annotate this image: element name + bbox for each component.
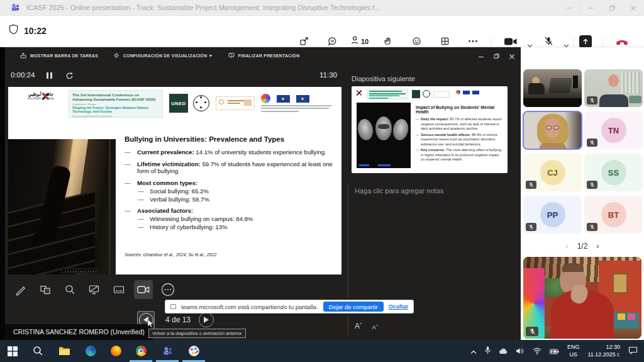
chrome-icon[interactable] <box>128 340 153 362</box>
conference-banner-mini <box>367 89 408 99</box>
support-team-logo-mini <box>423 90 430 98</box>
notes-placeholder[interactable]: Haga clic para agregar notas <box>355 187 443 195</box>
onedrive-icon[interactable] <box>499 346 508 357</box>
chat-icon <box>318 35 346 47</box>
participant-video[interactable] <box>523 69 582 107</box>
hide-banner-link[interactable]: Ocultar <box>389 303 409 310</box>
zoom-slide-icon[interactable] <box>60 280 79 299</box>
next-slide-bullet: Serious mental health effects: 88.4% of … <box>416 133 504 147</box>
restore-button[interactable] <box>601 0 623 16</box>
muted-mic-icon <box>526 223 536 231</box>
see-all-slides-icon[interactable] <box>36 280 55 299</box>
font-increase-button[interactable]: A˄ <box>355 322 362 331</box>
window-titlebar: ICASF 2025 - Online presentation - Track… <box>0 0 644 16</box>
next-slide-bullet: Key concerns: The most alarming effect o… <box>416 148 504 162</box>
raise-hand-icon <box>374 35 402 47</box>
show-taskbar-menu-item[interactable]: MOSTRAR BARRA DE TAREAS <box>20 52 98 59</box>
participant-tile[interactable]: BT <box>584 196 643 234</box>
uned-logo: UNED <box>169 94 188 113</box>
participant-tile[interactable]: CJ <box>523 154 582 191</box>
font-decrease-button[interactable]: A˅ <box>372 324 379 331</box>
titlebar-more-icon[interactable] <box>558 0 579 16</box>
teams-app-icon <box>10 3 20 13</box>
page-indicator: 1/2 <box>577 242 588 251</box>
camera-toggle-icon[interactable] <box>134 280 153 299</box>
black-screen-icon[interactable] <box>85 280 104 299</box>
end-presentation-icon <box>228 52 235 59</box>
page-next-icon[interactable]: › <box>596 241 599 251</box>
stop-sharing-button[interactable]: Dejar de compartir <box>323 302 384 312</box>
slide-position: 4 de 13 <box>160 315 196 324</box>
end-presentation-menu-item[interactable]: FINALIZAR PRESENTACIÓN <box>228 52 300 59</box>
firefox-icon[interactable] <box>103 340 128 362</box>
more-options-icon[interactable] <box>158 280 177 299</box>
adu-logo-mini <box>355 89 364 98</box>
partner-logo <box>216 96 255 110</box>
slide-sources: Sources: Ghandour et al., 2024; Su et al… <box>125 252 216 257</box>
restore-button[interactable] <box>494 50 499 62</box>
close-icon[interactable] <box>509 50 514 62</box>
windows-taskbar: ENGUS 12:3011.12.2025 г. <box>0 340 644 362</box>
language-indicator[interactable]: ENGUS <box>567 344 580 358</box>
notifications-icon[interactable] <box>628 346 638 357</box>
presenter-menubar: MOSTRAR BARRA DE TAREAS CONFIGURACIÓN DE… <box>5 47 521 64</box>
participant-tile[interactable]: TN <box>584 111 643 149</box>
minimize-button[interactable] <box>580 0 601 16</box>
taskbar-clock[interactable]: 12:3011.12.2025 г. <box>587 344 620 358</box>
more-dots-icon <box>459 35 487 47</box>
page-previous-icon[interactable]: ‹ <box>565 241 568 251</box>
muted-mic-icon <box>587 181 597 189</box>
partner-logo-mini <box>433 91 450 98</box>
pen-tool-icon[interactable] <box>11 280 30 299</box>
participant-video[interactable] <box>584 69 643 107</box>
self-video[interactable] <box>523 257 641 339</box>
close-icon[interactable] <box>623 0 644 16</box>
participant-initials: SS <box>601 160 626 185</box>
restart-timer-icon[interactable] <box>65 71 74 82</box>
battery-icon[interactable] <box>550 346 559 357</box>
participant-initials: PP <box>540 202 565 227</box>
notes-font-controls: A˄ A˅ <box>355 322 378 331</box>
next-slide-button[interactable] <box>199 312 214 327</box>
minimize-button[interactable] <box>479 50 484 62</box>
presenter-window: MOSTRAR BARRA DE TAREAS CONFIGURACIÓN DE… <box>5 47 521 340</box>
presenter-name-label: CRISTINA SANCHEZ ROMERO (Unverified) <box>5 324 153 340</box>
mouse-cursor <box>147 319 155 331</box>
captions-icon[interactable] <box>109 280 128 299</box>
participant-tile[interactable]: SS <box>584 154 643 191</box>
file-explorer-icon[interactable] <box>52 340 77 362</box>
shield-icon <box>9 24 18 37</box>
slide-watermark <box>61 268 97 273</box>
meeting-timer: 10:22 <box>24 26 47 36</box>
current-slide-clock: 11:30 <box>307 71 337 79</box>
participant-initials: CJ <box>540 160 565 185</box>
conference-banner: The 3rd International Conference on Adva… <box>69 90 163 118</box>
participant-initials: TN <box>601 118 626 143</box>
edge-icon[interactable] <box>78 340 103 362</box>
muted-mic-icon <box>526 327 538 336</box>
people-icon <box>351 35 360 48</box>
tray-mic-icon[interactable] <box>485 346 491 357</box>
next-slide-header: Diapositiva siguiente <box>352 75 415 82</box>
start-button[interactable] <box>0 340 25 362</box>
tray-expand-icon[interactable] <box>470 346 477 357</box>
paint-icon[interactable] <box>181 340 206 362</box>
mic-muted-icon <box>535 35 562 47</box>
faces-image <box>357 103 411 168</box>
adu-logo: جامعة أبوظبي Abu Dhabi University <box>17 92 65 100</box>
search-icon[interactable] <box>25 340 50 362</box>
next-slide-preview[interactable]: Impact of Bullying on Students' Mental H… <box>352 86 508 173</box>
wifi-icon[interactable] <box>533 346 541 357</box>
window-title: ICASF 2025 - Online presentation - Track… <box>26 4 380 11</box>
volume-icon[interactable] <box>516 346 525 357</box>
active-speaker-video[interactable] <box>523 111 582 149</box>
presentation-timer-row: 0:00:24 11:30 <box>5 71 341 81</box>
teams-taskbar-icon[interactable] <box>155 340 180 362</box>
participant-tile[interactable]: PP <box>523 196 582 234</box>
display-settings-menu-item[interactable]: CONFIGURACIÓN DE VISUALIZACIÓN ▼ <box>113 52 213 59</box>
current-slide: جامعة أبوظبي Abu Dhabi University The 3r… <box>8 87 341 274</box>
pause-timer-icon[interactable] <box>47 72 52 79</box>
slide-title: Bullying in Universities: Prevalence and… <box>125 135 340 143</box>
stairs-photo <box>8 139 116 274</box>
slide-bullet: Lifetime victimization: 59.7% of student… <box>125 161 341 175</box>
